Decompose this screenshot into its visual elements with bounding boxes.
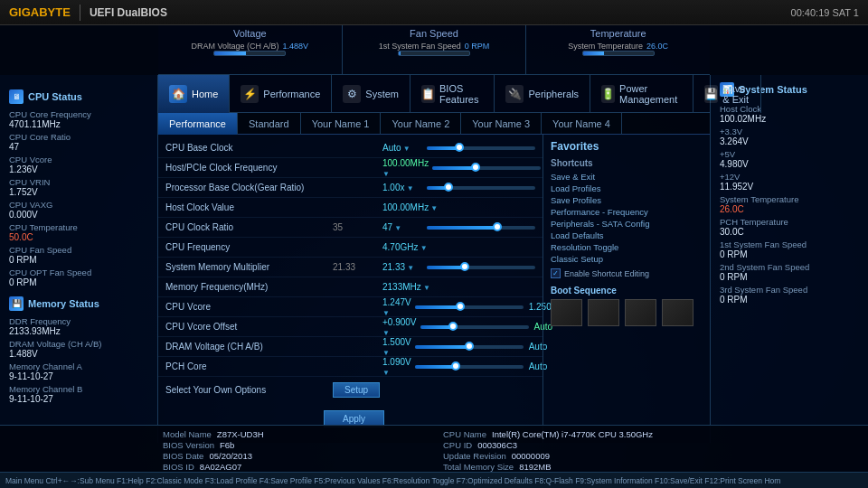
setting-slider[interactable] — [427, 266, 535, 269]
sub-tab-name4[interactable]: Your Name 4 — [542, 113, 622, 135]
settings-table: CPU Base ClockAutoHost/PCIe Clock Freque… — [158, 135, 542, 443]
top-bar: GIGABYTE UEFI DualBIOS 00:40:19 SAT 1 — [0, 0, 868, 25]
nav-power[interactable]: 🔋 Power Management — [590, 75, 693, 113]
content-area: CPU Base ClockAutoHost/PCIe Clock Freque… — [158, 135, 710, 443]
stat-value: 4701.11MHz — [9, 119, 148, 129]
sub-tab-standard[interactable]: Standard — [238, 113, 301, 135]
sys-stat-row: +12V11.952V — [720, 172, 859, 192]
uefi-title: UEFI DualBIOS — [90, 6, 167, 19]
sub-tab-name3[interactable]: Your Name 3 — [461, 113, 542, 135]
nav-save[interactable]: 💾 Save & Exit — [693, 75, 761, 113]
nav-performance-label: Performance — [263, 89, 320, 99]
stat-label: CPU VRIN — [9, 177, 148, 187]
shortcut-item[interactable]: Load Defaults — [551, 230, 703, 241]
stat-label: CPU VAXG — [9, 200, 148, 210]
setting-name: CPU Vcore Offset — [165, 322, 333, 332]
shortcut-item[interactable]: Classic Setup — [551, 253, 703, 265]
bios-ver-row: BIOS Version F6b — [163, 440, 425, 450]
setting-value[interactable]: 47 — [382, 222, 423, 232]
save-icon: 💾 — [704, 85, 718, 103]
sub-tab-performance[interactable]: Performance — [158, 113, 238, 135]
setting-value[interactable]: 100.00MHz — [382, 202, 535, 212]
stat-value: 0 RPM — [720, 249, 859, 259]
shortcut-item[interactable]: Save & Exit — [551, 171, 703, 183]
table-row[interactable]: CPU Frequency4.70GHz — [158, 238, 542, 258]
table-row[interactable]: Host/PCIe Clock Frequency100.00MHz — [158, 158, 542, 178]
mem-stat-row: DDR Frequency2133.93MHz — [9, 316, 148, 336]
setting-value[interactable]: 1.00x — [382, 183, 423, 192]
shortcut-item[interactable]: Peripherals - SATA Config — [551, 218, 703, 230]
mem-section-header: 💾 Memory Status — [9, 296, 148, 311]
setting-value[interactable]: +0.900V — [382, 317, 417, 337]
table-row[interactable]: Host Clock Value100.00MHz — [158, 198, 542, 218]
nav-performance[interactable]: ⚡ Performance — [230, 75, 332, 113]
boot-item-3[interactable] — [625, 299, 656, 326]
cpu-stat-row: CPU Vcore1.236V — [9, 155, 148, 174]
mem-icon: 💾 — [9, 296, 24, 311]
setting-value[interactable]: 100.00MHz — [382, 158, 429, 178]
performance-icon: ⚡ — [241, 85, 259, 103]
right-panel: 📊 System Status Host Clock100.02MHz+3.3V… — [710, 75, 868, 443]
setting-value[interactable]: 1.247V — [382, 297, 411, 317]
setting-value[interactable]: 1.090V — [382, 357, 411, 377]
setting-name: CPU Base Clock — [165, 143, 333, 153]
table-row[interactable]: Processor Base Clock(Gear Ratio)1.00x — [158, 178, 542, 198]
table-row[interactable]: CPU Base ClockAuto — [158, 138, 542, 158]
table-row[interactable]: PCH Core1.090VAuto — [158, 357, 542, 377]
shortcut-item[interactable]: Resolution Toggle — [551, 241, 703, 253]
power-icon: 🔋 — [601, 85, 615, 103]
voltage-label: DRAM Voltage (CH A/B) — [192, 42, 279, 51]
left-panel: 🖥 CPU Status CPU Core Frequency4701.11MH… — [0, 75, 158, 443]
setting-value[interactable]: 1.500V — [382, 337, 411, 357]
setting-value[interactable]: 4.70GHz — [382, 242, 535, 252]
info-bar: Voltage DRAM Voltage (CH A/B) 1.488V Fan… — [158, 25, 710, 75]
setting-slider[interactable] — [415, 345, 524, 349]
nav-bios[interactable]: 📋 BIOS Features — [410, 75, 495, 113]
shortcut-item[interactable]: Save Profiles — [551, 194, 703, 206]
setting-name: Memory Frequency(MHz) — [165, 282, 333, 292]
table-row[interactable]: DRAM Voltage (CH A/B)1.500VAuto — [158, 337, 542, 357]
shortcut-item[interactable]: Load Profiles — [551, 183, 703, 194]
nav-home[interactable]: 🏠 Home — [158, 75, 230, 113]
nav-bios-label: BIOS Features — [439, 83, 483, 105]
setting-slider[interactable] — [420, 325, 529, 329]
boot-item-1[interactable] — [551, 299, 582, 326]
mem-stat-row: Memory Channel B9-11-10-27 — [9, 384, 148, 404]
cpu-name-row: CPU Name Intel(R) Core(TM) i7-4770K CPU … — [443, 429, 705, 439]
cpu-id-value: 000306C3 — [477, 440, 517, 450]
enable-shortcut-checkbox[interactable]: ✓ — [551, 268, 561, 278]
cpu-stat-row: CPU VRIN1.752V — [9, 177, 148, 197]
setting-slider[interactable] — [415, 305, 524, 309]
setting-value[interactable]: Auto — [382, 143, 423, 153]
sub-tab-name1[interactable]: Your Name 1 — [301, 113, 382, 135]
stat-label: 2nd System Fan Speed — [720, 262, 859, 272]
setting-slider[interactable] — [427, 186, 535, 190]
setting-slider[interactable] — [415, 365, 524, 369]
nav-system[interactable]: ⚙ System — [332, 75, 410, 113]
setting-value[interactable]: 2133MHz — [382, 282, 535, 292]
nav-peripherals[interactable]: 🔌 Peripherals — [495, 75, 590, 113]
stat-label: CPU OPT Fan Speed — [9, 267, 148, 277]
setting-slider[interactable] — [427, 146, 535, 150]
bios-id-value: 8A02AG07 — [200, 462, 241, 472]
enable-shortcut-row[interactable]: ✓ Enable Shortcut Editing — [551, 268, 703, 278]
setting-slider[interactable] — [432, 166, 541, 170]
table-row[interactable]: CPU Clock Ratio3547 — [158, 218, 542, 238]
table-row[interactable]: CPU Vcore Offset+0.900VAuto — [158, 317, 542, 337]
sub-tab-name2[interactable]: Your Name 2 — [381, 113, 461, 135]
boot-item-4[interactable] — [662, 299, 693, 326]
bios-date-value: 05/20/2013 — [209, 451, 252, 461]
boot-seq-title: Boot Sequence — [551, 286, 703, 296]
setting-value[interactable]: 21.33 — [382, 262, 423, 272]
boot-item-2[interactable] — [588, 299, 619, 326]
boot-seq-label: Boot Sequence — [551, 286, 617, 296]
setup-button[interactable]: Setup — [333, 382, 380, 398]
select-options-label: Select Your Own Options — [165, 385, 333, 395]
table-row[interactable]: CPU Vcore1.247V1.250V — [158, 297, 542, 317]
stat-value: 1.488V — [9, 349, 148, 359]
shortcut-item[interactable]: Performance - Frequency — [551, 206, 703, 218]
table-row[interactable]: System Memory Multiplier21.3321.33 — [158, 258, 542, 277]
stat-value: 3.264V — [720, 136, 859, 146]
table-row[interactable]: Memory Frequency(MHz)2133MHz — [158, 277, 542, 297]
setting-slider[interactable] — [427, 226, 535, 230]
